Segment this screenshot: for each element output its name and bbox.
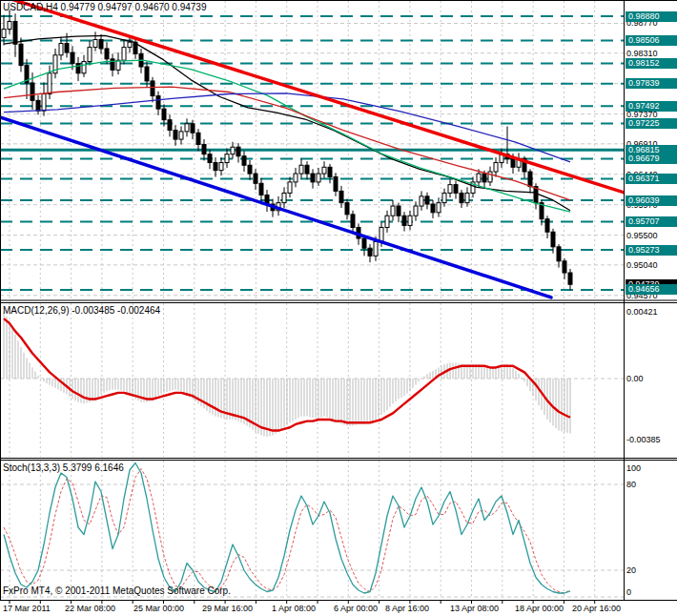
candle-body [179,132,183,139]
candle-body [151,81,154,96]
stoch-layer [0,461,624,599]
candle-body [219,163,223,171]
candle-body [208,154,212,163]
candle-body [111,59,114,71]
candle-body [231,147,235,154]
price-level-badge: 0.96371 [626,174,677,184]
candle-body [48,73,51,94]
candle-body [425,196,429,204]
candle-body [2,30,6,38]
macd-scale-label: -0.00385 [626,435,661,445]
main-chart-layer [0,0,677,299]
candle-body [328,167,332,176]
candle-body [551,232,555,247]
price-level-badge: 0.97225 [626,118,677,129]
candle-body [122,48,126,61]
candle-body [254,174,257,183]
price-level-badge: 0.97492 [626,101,677,112]
candle-body [305,165,309,174]
candle-body [202,145,206,154]
candle-body [334,176,338,191]
macd-scale-label: 0.00421 [626,307,658,318]
candle-body [460,193,463,202]
chart-title: USDCAD,H4 0.94779 0.94797 0.94670 0.9473… [3,2,207,12]
candle-body [431,204,435,213]
candle-body [242,156,246,166]
stoch-scale-label: 100 [626,463,641,474]
macd-scale-label: 0.00 [626,374,644,384]
candle-body [162,109,166,120]
stoch-indicator-label: Stoch(13,3,3) 5.3799 6.1646 [3,462,124,473]
price-level-badge: 0.95707 [626,216,677,227]
macd-histogram [4,313,570,438]
stoch-scale-label: 20 [626,565,636,576]
candle-body [345,203,349,215]
time-label: 8 Apr 16:00 [385,604,429,613]
candle-body [88,48,92,62]
candle-body [465,193,469,202]
candle-body [105,49,109,59]
candle-body [545,219,549,233]
candle-body [259,183,263,195]
candle-body [511,158,515,167]
candle-body [174,131,177,140]
stoch-scale-label: 80 [626,480,636,490]
candle-body [93,39,97,47]
candle-body [8,21,11,29]
candle-body [317,174,320,182]
candle-body [196,133,200,144]
copyright-text: FxPro MT4, © 2001-2011 MetaQuotes Softwa… [3,585,231,596]
candle-body [76,64,80,73]
candle-body [294,174,297,182]
candle-body [288,182,292,194]
candle-body [19,44,23,65]
price-level-badge: 0.98880 [626,11,677,22]
candle-body [368,248,372,256]
candle-body [13,21,17,44]
price-level-badge: 0.96679 [626,154,677,164]
candle-body [311,174,315,182]
macd-layer [0,303,624,457]
candle-body [65,44,69,53]
candle-body [322,167,326,174]
candle-body [385,216,389,227]
candle-body [380,227,383,241]
time-label: 20 Apr 16:00 [572,604,621,613]
time-label: 13 Apr 08:00 [450,604,499,613]
time-label: 6 Apr 00:00 [334,604,378,613]
candle-body [145,67,149,81]
candle-body [563,261,566,273]
candle-body [568,273,572,284]
price-level-badge: 0.96039 [626,195,677,206]
candle-body [351,215,355,228]
candle-body [185,124,189,132]
time-label: 22 Mar 08:00 [65,604,115,613]
macd-indicator-label: MACD(12,26,9) -0.003485 -0.002464 [3,305,160,316]
candle-body [414,206,418,216]
candle-body [528,172,532,187]
price-level-badge: 0.98152 [626,58,677,69]
candle-body [391,206,395,216]
candle-body [420,196,423,206]
candle-body [236,147,240,156]
candle-body [494,163,498,173]
candle-body [299,165,303,174]
time-label: 1 Apr 08:00 [272,604,316,613]
candle-body [448,185,452,194]
candle-body [397,206,400,216]
candle-body [59,44,63,55]
candle-body [488,172,492,182]
candle-body [99,39,103,49]
candle-body [437,203,441,213]
candle-body [557,247,561,261]
candle-body [442,193,446,202]
candle-body [82,62,86,73]
candle-body [128,42,132,47]
price-level-badge: 0.98506 [626,35,677,46]
time-label: 17 Mar 2011 [3,604,51,613]
price-grid-label: 0.95500 [626,231,658,241]
chart-window: USDCAD,H4 0.94779 0.94797 0.94670 0.9473… [0,0,677,616]
candle-body [362,238,366,248]
price-level-badge: 0.97839 [626,78,677,89]
candle-body [225,154,229,163]
